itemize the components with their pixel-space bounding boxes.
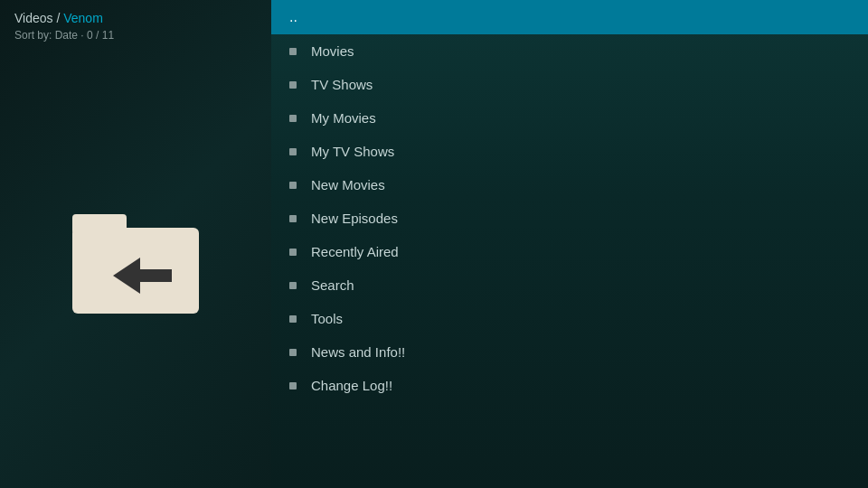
menu-item[interactable]: Recently Aired	[271, 235, 868, 268]
menu-item-label: News and Info!!	[311, 344, 405, 360]
menu-item-label: Change Log!!	[311, 378, 392, 393]
menu-item-label: New Movies	[311, 177, 385, 192]
menu-item-label: My TV Shows	[311, 144, 394, 159]
menu-bullet-icon	[289, 282, 297, 289]
menu-bullet-icon	[289, 349, 297, 356]
menu-item[interactable]: Movies	[271, 34, 868, 68]
menu-item[interactable]: TV Shows	[271, 68, 868, 101]
svg-rect-3	[140, 269, 172, 282]
sort-info: Sort by: Date · 0 / 11	[14, 29, 114, 42]
folder-icon	[63, 187, 208, 332]
back-label: ..	[289, 9, 297, 25]
left-panel: Videos / Venom Sort by: Date · 0 / 11	[0, 0, 271, 488]
menu-item[interactable]: New Episodes	[271, 202, 868, 235]
menu-item-label: TV Shows	[311, 77, 373, 92]
menu-item[interactable]: Tools	[271, 302, 868, 335]
menu-bullet-icon	[289, 249, 297, 256]
menu-item-label: Movies	[311, 43, 354, 59]
menu-item-label: Search	[311, 277, 354, 293]
menu-item-label: Tools	[311, 311, 343, 326]
breadcrumb-title: Venom	[63, 11, 103, 25]
breadcrumb: Videos / Venom	[14, 11, 103, 25]
menu-bullet-icon	[289, 215, 297, 222]
menu-item[interactable]: My TV Shows	[271, 135, 868, 168]
menu-bullet-icon	[289, 182, 297, 189]
menu-item-label: Recently Aired	[311, 244, 399, 259]
menu-bullet-icon	[289, 148, 297, 155]
svg-rect-1	[72, 214, 127, 234]
menu-item[interactable]: New Movies	[271, 168, 868, 202]
menu-list: .. MoviesTV ShowsMy MoviesMy TV ShowsNew…	[271, 0, 868, 402]
right-panel: .. MoviesTV ShowsMy MoviesMy TV ShowsNew…	[271, 0, 868, 488]
menu-item[interactable]: Search	[271, 268, 868, 302]
menu-item-label: New Episodes	[311, 211, 398, 226]
breadcrumb-prefix: Videos /	[14, 11, 63, 25]
menu-item-label: My Movies	[311, 110, 376, 126]
menu-bullet-icon	[289, 382, 297, 389]
menu-bullet-icon	[289, 115, 297, 122]
menu-bullet-icon	[289, 315, 297, 323]
menu-item[interactable]: My Movies	[271, 101, 868, 135]
menu-bullet-icon	[289, 48, 297, 55]
menu-item-back[interactable]: ..	[271, 0, 868, 34]
folder-icon-container	[14, 42, 257, 477]
menu-item[interactable]: News and Info!!	[271, 335, 868, 369]
menu-bullet-icon	[289, 81, 297, 89]
menu-item[interactable]: Change Log!!	[271, 369, 868, 402]
